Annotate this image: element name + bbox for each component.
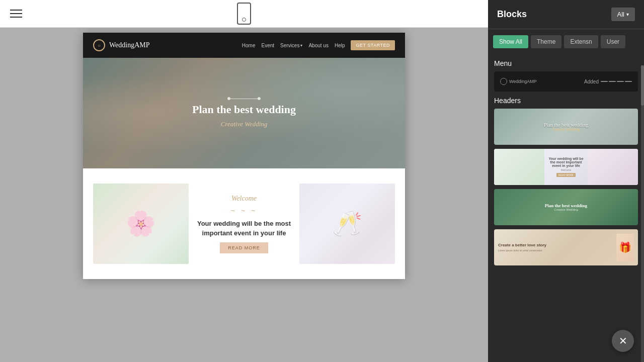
added-badge: Added bbox=[584, 79, 632, 84]
menu-logo-text: WeddingAMP bbox=[509, 79, 537, 84]
fab-close-button[interactable]: ✕ bbox=[612, 330, 634, 352]
thumb4-content: Create a better love story Lorem ipsum d… bbox=[494, 229, 638, 265]
logo-ring-icon: ○ bbox=[93, 39, 105, 51]
table-image bbox=[299, 184, 395, 264]
thumb2-sub: Welcome bbox=[561, 168, 572, 171]
menu-ring-icon bbox=[500, 78, 507, 85]
headers-section-label: Headers bbox=[494, 97, 638, 105]
nav-help[interactable]: Help bbox=[335, 43, 345, 48]
added-dots bbox=[601, 81, 632, 82]
top-toolbar bbox=[0, 0, 488, 28]
all-dropdown-button[interactable]: All bbox=[611, 8, 635, 21]
menu-item-preview[interactable]: WeddingAMP Added bbox=[494, 71, 638, 92]
nav-home[interactable]: Home bbox=[242, 43, 256, 48]
panel-header: Blocks All bbox=[488, 0, 644, 29]
header-thumb-1[interactable]: Plan the best wedding Creative Wedding bbox=[494, 109, 638, 145]
content-section: Welcome ~ ~ ~ Your wedding will be the m… bbox=[83, 168, 405, 279]
thumb3-title: Plan the best wedding bbox=[545, 203, 587, 208]
get-started-button[interactable]: GET STARTED bbox=[351, 40, 395, 50]
hero-decoration bbox=[229, 99, 259, 99]
scrollbar-thumb[interactable] bbox=[641, 65, 644, 106]
nav-about[interactable]: About us bbox=[308, 43, 328, 48]
content-text-block: Welcome ~ ~ ~ Your wedding will be the m… bbox=[196, 195, 292, 253]
thumb4-text: Create a better love story Lorem ipsum d… bbox=[498, 243, 616, 252]
logo-text: WeddingAMP bbox=[109, 41, 150, 49]
blocks-panel: Blocks All Show All Theme Extensn User M… bbox=[488, 0, 644, 362]
thumb4-sub: Lorem ipsum dolor sit amet consectetur bbox=[498, 249, 616, 252]
nav-event[interactable]: Event bbox=[261, 43, 274, 48]
panel-title: Blocks bbox=[497, 9, 527, 20]
header-thumb-2[interactable]: Your wedding will be the most important … bbox=[494, 149, 638, 185]
editor-area: ○ WeddingAMP Home Event Services About u… bbox=[0, 0, 488, 362]
tab-user[interactable]: User bbox=[601, 35, 625, 48]
website-preview: ○ WeddingAMP Home Event Services About u… bbox=[83, 33, 405, 279]
thumb2-left-img bbox=[494, 149, 544, 185]
welcome-text: Welcome bbox=[231, 195, 257, 203]
thumb3-content: Plan the best wedding Creative Wedding bbox=[494, 189, 638, 225]
flowers-image bbox=[93, 184, 189, 264]
thumb4-image: 🎁 bbox=[616, 234, 634, 261]
panel-content: Menu WeddingAMP Added Headers bbox=[488, 54, 644, 362]
nav-services[interactable]: Services bbox=[280, 43, 302, 48]
hero-title: Plan the best wedding bbox=[192, 103, 296, 116]
thumb2-right-img bbox=[588, 149, 638, 185]
site-navbar: ○ WeddingAMP Home Event Services About u… bbox=[83, 33, 405, 58]
preview-canvas: ○ WeddingAMP Home Event Services About u… bbox=[0, 28, 488, 362]
site-logo: ○ WeddingAMP bbox=[93, 39, 150, 51]
menu-section-label: Menu bbox=[494, 59, 638, 67]
tab-theme[interactable]: Theme bbox=[531, 35, 561, 48]
thumb1-overlay: Plan the best wedding Creative Wedding bbox=[494, 109, 638, 145]
thumb2-title: Your wedding will be the most important … bbox=[546, 157, 586, 167]
menu-logo-small: WeddingAMP bbox=[500, 78, 537, 85]
added-label: Added bbox=[584, 79, 599, 84]
header-thumb-4[interactable]: Create a better love story Lorem ipsum d… bbox=[494, 229, 638, 265]
headers-grid: Plan the best wedding Creative Wedding Y… bbox=[494, 109, 638, 265]
thumb2-content: Your wedding will be the most important … bbox=[494, 149, 638, 185]
read-more-button[interactable]: READ MORE bbox=[220, 242, 268, 253]
hero-section: Plan the best wedding Creative Wedding bbox=[83, 58, 405, 168]
thumb1-sub: Creative Wedding bbox=[544, 128, 588, 131]
mobile-device-icon[interactable] bbox=[237, 3, 251, 25]
header-thumb-3[interactable]: Plan the best wedding Creative Wedding bbox=[494, 189, 638, 225]
hamburger-icon[interactable] bbox=[10, 10, 22, 18]
tab-extensn[interactable]: Extensn bbox=[564, 35, 598, 48]
body-text: Your wedding will be the most important … bbox=[196, 219, 292, 238]
thumb1-title: Plan the best wedding bbox=[544, 122, 588, 128]
decoration-ornament: ~ ~ ~ bbox=[231, 207, 257, 215]
thumb2-center-text: Your wedding will be the most important … bbox=[544, 149, 588, 185]
nav-links: Home Event Services About us Help GET ST… bbox=[242, 40, 395, 50]
thumb2-cta: READ MORE bbox=[556, 173, 576, 177]
thumb4-title: Create a better love story bbox=[498, 243, 616, 247]
tab-show-all[interactable]: Show All bbox=[493, 35, 528, 48]
thumb3-sub: Creative Wedding bbox=[554, 208, 578, 211]
filter-tabs: Show All Theme Extensn User bbox=[488, 29, 644, 54]
scrollbar-track[interactable] bbox=[641, 65, 644, 362]
hero-subtitle: Creative Wedding bbox=[221, 120, 268, 128]
